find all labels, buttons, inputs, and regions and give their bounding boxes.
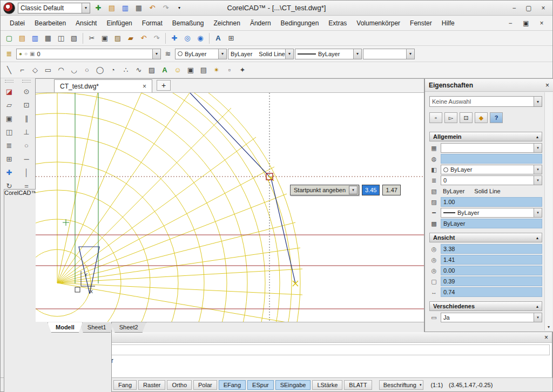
open-icon[interactable]: ▤ — [16, 32, 28, 44]
print-icon[interactable]: ▦ — [42, 32, 54, 44]
paste-icon[interactable]: ▨ — [112, 32, 124, 44]
arc-center-icon[interactable]: ◡ — [68, 64, 80, 76]
maximize-icon[interactable]: ▢ — [522, 3, 535, 13]
coincident-constraint-icon[interactable]: ⊙ — [20, 85, 33, 98]
quick-access-more-icon[interactable]: ▾ — [174, 3, 185, 13]
print-preview-icon[interactable]: ◫ — [55, 32, 67, 44]
sheet-tab-sheet2[interactable]: Sheet2 — [111, 322, 146, 333]
rectangle-icon[interactable]: ▭ — [42, 64, 54, 76]
ellipse-icon[interactable]: ◯ — [94, 64, 106, 76]
material-field[interactable] — [441, 154, 542, 164]
drawing-canvas[interactable]: Y X Startpunkt angeben ▾ 3.45 — [36, 93, 424, 322]
save-icon[interactable]: ▥ — [120, 3, 131, 13]
chevron-down-icon[interactable]: ▾ — [82, 3, 90, 13]
fix-constraint-icon[interactable]: ⊡ — [20, 98, 33, 111]
toggle-blatt[interactable]: BLATT — [344, 380, 372, 390]
circle-icon[interactable]: ○ — [81, 64, 93, 76]
insert-image-icon[interactable]: ▣ — [185, 64, 197, 76]
menu-volumenkoerper[interactable]: Volumenkörper — [352, 17, 405, 30]
menu-zeichnen[interactable]: Zeichnen — [209, 17, 245, 30]
collapse-icon[interactable]: ▴ — [536, 235, 538, 240]
command-history[interactable]: : _LINE — [38, 344, 550, 355]
close-icon[interactable]: × — [545, 82, 549, 89]
quick-select-button[interactable]: ⊡ — [460, 112, 473, 123]
linecolor-field[interactable]: ByLayer ▾ — [441, 165, 542, 174]
selection-filter-button[interactable]: ▫ — [429, 112, 442, 123]
open-file-icon[interactable]: ▤ — [106, 3, 117, 13]
parallel-constraint-icon[interactable]: ∥ — [20, 112, 33, 125]
polyline-icon[interactable]: ⌐ — [16, 64, 28, 76]
lineweight-combo[interactable]: ByLayer ▾ — [295, 49, 362, 59]
minimize-icon[interactable]: − — [508, 3, 521, 13]
save-icon[interactable]: ▥ — [29, 32, 41, 44]
layer-show-icon[interactable]: ● — [19, 51, 22, 57]
section-allgemein[interactable]: Allgemein ▴ — [429, 132, 542, 141]
toggle-seingabe[interactable]: SEingabe — [275, 380, 311, 390]
menu-extras[interactable]: Extras — [323, 17, 352, 30]
insert-frame-icon[interactable]: ▤ — [198, 64, 210, 76]
toggle-efang[interactable]: EFang — [219, 380, 246, 390]
view-height-field[interactable]: 0.39 — [441, 276, 542, 286]
undo-icon[interactable]: ↶ — [147, 3, 158, 13]
linestyle-field[interactable]: ByLayer Solid Line — [441, 186, 542, 196]
redo-icon[interactable]: ↷ — [160, 3, 171, 13]
menu-aendern[interactable]: Ändern — [245, 17, 276, 30]
menu-einfuegen[interactable]: Einfügen — [102, 17, 137, 30]
copy-icon[interactable]: ▣ — [99, 32, 111, 44]
mirror-tool-icon[interactable]: ◫ — [3, 125, 16, 138]
x-coordinate-input[interactable]: 3.45 — [362, 185, 380, 195]
toggle-espur[interactable]: ESpur — [247, 380, 274, 390]
paint-properties-button[interactable]: ◆ — [475, 112, 488, 123]
collapse-icon[interactable]: ▴ — [536, 134, 538, 139]
annotative-field[interactable]: Ja ▾ — [441, 313, 542, 322]
new-icon[interactable]: ▢ — [3, 32, 15, 44]
vertical-constraint-icon[interactable]: │ — [20, 166, 33, 179]
clip-boundary-icon[interactable]: ▫ — [224, 64, 235, 76]
sheet-tab-sheet1[interactable]: Sheet1 — [79, 322, 114, 333]
toolbar-grip[interactable] — [5, 80, 14, 83]
select-entities-button[interactable]: ▻ — [444, 112, 457, 123]
linestyle-scale-field[interactable]: 1.00 — [441, 197, 542, 207]
layer-combo[interactable]: ● ○ ▣ 0 ▾ — [16, 49, 161, 59]
chevron-down-icon[interactable]: ▾ — [534, 165, 542, 174]
print-icon[interactable]: ▦ — [133, 3, 144, 13]
menu-bemassung[interactable]: Bemaßung — [167, 17, 209, 30]
copy-tool-icon[interactable]: ▣ — [3, 112, 16, 125]
boundary-icon[interactable]: ☺ — [172, 64, 184, 76]
close-icon[interactable]: × — [544, 334, 548, 341]
toggle-polar[interactable]: Polar — [193, 380, 217, 390]
layer-lock-icon[interactable]: ▣ — [30, 51, 35, 57]
menu-datei[interactable]: Datei — [5, 17, 30, 30]
y-coordinate-input[interactable]: 1.47 — [382, 185, 400, 195]
linestyle-combo[interactable]: ByLayerSolid Line ▾ — [228, 49, 294, 59]
chevron-down-icon[interactable]: ▾ — [285, 49, 293, 59]
stamp-tool-icon[interactable]: ▱ — [3, 98, 16, 111]
chevron-down-icon[interactable]: ▾ — [534, 176, 542, 185]
chevron-down-icon[interactable]: ▾ — [353, 49, 361, 59]
menu-ansicht[interactable]: Ansicht — [71, 17, 102, 30]
layer-field[interactable]: 0 ▾ — [441, 175, 542, 185]
toolbar-grip[interactable] — [22, 80, 31, 83]
horizontal-constraint-icon[interactable]: ─ — [20, 152, 33, 165]
spline-icon[interactable]: ∿ — [133, 64, 145, 76]
hatch-icon[interactable]: ▨ — [146, 64, 158, 76]
properties-scrollbar[interactable]: ▾ — [544, 92, 552, 330]
help-button[interactable]: ? — [490, 112, 503, 123]
arc-3point-icon[interactable]: ◠ — [55, 64, 67, 76]
pattern-tool-icon[interactable]: ⊞ — [3, 152, 16, 165]
lineweight-field[interactable]: ByLayer ▾ — [441, 208, 542, 218]
cut-icon[interactable]: ✂ — [86, 32, 98, 44]
layer-states-icon[interactable]: ≋ — [162, 48, 174, 60]
chevron-down-icon[interactable]: ▾ — [534, 313, 542, 322]
erase-tool-icon[interactable]: ◪ — [3, 85, 16, 98]
table-icon[interactable]: ⊞ — [225, 32, 237, 44]
format-painter-icon[interactable]: ▰ — [125, 32, 137, 44]
tangent-constraint-icon[interactable]: ○ — [20, 139, 33, 152]
chevron-down-icon[interactable]: ▾ — [152, 49, 160, 59]
view-centerz-field[interactable]: 0.00 — [441, 266, 542, 275]
view-width-field[interactable]: 0.74 — [441, 287, 542, 297]
entity-snap-settings-icon[interactable]: A — [212, 32, 224, 44]
redo-icon[interactable]: ↷ — [151, 32, 163, 44]
chevron-down-icon[interactable]: ▾ — [406, 49, 414, 59]
view-centerx-field[interactable]: 3.38 — [441, 244, 542, 254]
